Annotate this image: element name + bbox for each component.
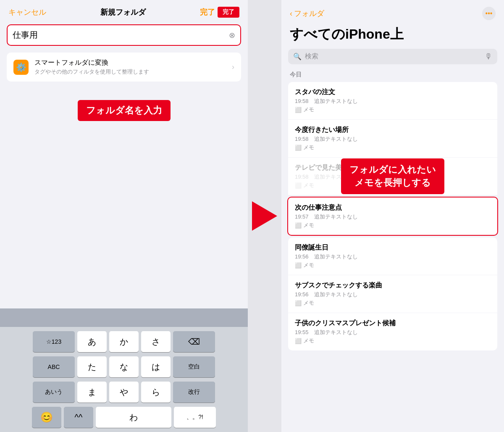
chevron-left-icon: ‹ xyxy=(290,9,292,18)
arrow-container xyxy=(248,0,281,432)
note-folder: ⬜ メモ xyxy=(295,106,491,113)
notes-group-top: スタバの注文 19:58 追加テキストなし ⬜ メモ 今度行きたい場所 19:5… xyxy=(281,82,504,195)
key-123[interactable]: ☆123 xyxy=(33,331,75,352)
note-title: 同僚誕生日 xyxy=(295,243,491,252)
key-sa[interactable]: さ xyxy=(141,331,171,352)
smart-folder-subtitle: タグやその他のフィルタを使用して整理します xyxy=(34,68,232,76)
note-item[interactable]: 子供のクリスマスプレゼント候補 19:55 追加テキストなし ⬜ メモ xyxy=(288,313,497,350)
arrow-right-icon xyxy=(252,201,277,231)
keyboard-top-bar xyxy=(0,308,248,327)
folder-icon: ⬜ xyxy=(295,300,302,306)
long-press-annotation: フォルダに入れたい メモを長押しする xyxy=(341,158,444,195)
note-title: 子供のクリスマスプレゼント候補 xyxy=(295,319,491,328)
key-aiueo[interactable]: あいう xyxy=(33,382,75,403)
annotation-area: スタバの注文 19:58 追加テキストなし ⬜ メモ 今度行きたい場所 19:5… xyxy=(281,82,504,350)
note-item[interactable]: 同僚誕生日 19:56 追加テキストなし ⬜ メモ xyxy=(288,237,497,275)
right-nav: ‹ フォルダ ••• xyxy=(281,0,504,24)
key-ya[interactable]: や xyxy=(109,382,139,403)
note-meta: 19:56 追加テキストなし xyxy=(295,291,491,298)
key-ra[interactable]: ら xyxy=(141,382,171,403)
back-label: フォルダ xyxy=(294,8,324,18)
key-a[interactable]: あ xyxy=(77,331,107,352)
note-folder: ⬜ メモ xyxy=(295,221,491,229)
note-meta: 19:55 追加テキストなし xyxy=(295,329,491,336)
search-bar[interactable]: 🔍 検索 🎙 xyxy=(288,49,497,64)
new-folder-title: 新規フォルダ xyxy=(100,7,146,17)
key-emoji[interactable]: 😊 xyxy=(32,407,61,428)
clear-icon[interactable]: ⊗ xyxy=(229,31,235,40)
key-abc[interactable]: ABC xyxy=(33,356,75,377)
keyboard-row-2: ABC た な は 空白 xyxy=(3,356,245,377)
keyboard-row-4: 😊 ^^ わ 、。?! xyxy=(3,407,245,428)
note-title: 今度行きたい場所 xyxy=(295,126,491,134)
key-backspace[interactable]: ⌫ xyxy=(173,331,215,352)
keyboard: ☆123 あ か さ ⌫ ABC た な は 空白 あいう ま や ら 改行 xyxy=(0,308,248,432)
note-item-highlighted[interactable]: 次の仕事注意点 19:57 追加テキストなし ⬜ メモ xyxy=(287,197,498,236)
right-panel: ‹ フォルダ ••• すべてのiPhone上 🔍 検索 🎙 今日 スタバの注文 … xyxy=(281,0,504,432)
note-meta: 19:58 追加テキストなし xyxy=(295,135,491,143)
key-wa[interactable]: わ xyxy=(96,407,171,428)
notes-list: スタバの注文 19:58 追加テキストなし ⬜ メモ 今度行きたい場所 19:5… xyxy=(281,82,504,432)
note-folder: ⬜ メモ xyxy=(295,299,491,307)
left-panel: キャンセル 新規フォルダ 完了 完了 仕事用 ⊗ ⚙️ スマートフォルダに変換 … xyxy=(0,0,248,432)
note-folder: ⬜ メモ xyxy=(295,144,491,151)
folder-name-input[interactable]: 仕事用 ⊗ xyxy=(7,24,241,46)
smart-folder-title: スマートフォルダに変換 xyxy=(34,58,232,67)
note-title: スタバの注文 xyxy=(295,88,491,97)
note-folder: ⬜ メモ xyxy=(295,261,491,269)
note-meta: 19:58 追加テキストなし xyxy=(295,97,491,105)
search-icon: 🔍 xyxy=(293,53,302,61)
chevron-right-icon: › xyxy=(232,63,234,71)
keyboard-rows: ☆123 あ か さ ⌫ ABC た な は 空白 あいう ま や ら 改行 xyxy=(0,327,248,432)
note-item[interactable]: サブスクでチェックする楽曲 19:56 追加テキストなし ⬜ メモ xyxy=(288,275,497,313)
back-button[interactable]: ‹ フォルダ xyxy=(290,8,324,18)
key-ma[interactable]: ま xyxy=(77,382,107,403)
folder-icon: ⬜ xyxy=(295,222,302,229)
note-title: 次の仕事注意点 xyxy=(295,203,491,212)
smart-folder-row[interactable]: ⚙️ スマートフォルダに変換 タグやその他のフィルタを使用して整理します › xyxy=(7,53,241,82)
key-ka[interactable]: か xyxy=(109,331,139,352)
folder-icon: ⬜ xyxy=(295,145,302,151)
key-ha[interactable]: は xyxy=(141,356,171,377)
folder-icon: ⬜ xyxy=(295,262,302,269)
more-button[interactable]: ••• xyxy=(482,7,496,20)
folder-icon: ⬜ xyxy=(295,338,302,344)
key-space[interactable]: 空白 xyxy=(173,356,215,377)
keyboard-row-3: あいう ま や ら 改行 xyxy=(3,382,245,403)
done-badge: 完了 xyxy=(218,7,239,18)
key-ta[interactable]: た xyxy=(77,356,107,377)
notes-group-bottom: 同僚誕生日 19:56 追加テキストなし ⬜ メモ サブスクでチェックする楽曲 … xyxy=(281,237,504,350)
smart-folder-text: スマートフォルダに変換 タグやその他のフィルタを使用して整理します xyxy=(34,58,232,76)
folder-icon: ⬜ xyxy=(295,107,302,113)
page-title: すべてのiPhone上 xyxy=(281,24,504,49)
ellipsis-icon: ••• xyxy=(486,10,493,17)
done-area: 完了 完了 xyxy=(200,7,239,18)
keyboard-row-1: ☆123 あ か さ ⌫ xyxy=(3,331,245,352)
input-value: 仕事用 xyxy=(13,29,229,41)
note-item[interactable]: スタバの注文 19:58 追加テキストなし ⬜ メモ xyxy=(288,82,497,119)
done-button[interactable]: 完了 xyxy=(200,7,215,17)
note-meta: 19:56 追加テキストなし xyxy=(295,253,491,261)
key-punct[interactable]: 、。?! xyxy=(174,407,216,428)
note-folder: ⬜ メモ xyxy=(295,337,491,345)
section-today: 今日 xyxy=(281,71,504,82)
key-enter[interactable]: 改行 xyxy=(173,382,215,403)
note-group: スタバの注文 19:58 追加テキストなし ⬜ メモ 今度行きたい場所 19:5… xyxy=(281,82,504,350)
nav-bar: キャンセル 新規フォルダ 完了 完了 xyxy=(0,0,248,21)
key-na[interactable]: な xyxy=(109,356,139,377)
folder-name-annotation: フォルダ名を入力 xyxy=(78,100,171,121)
smart-folder-icon: ⚙️ xyxy=(13,60,29,75)
cancel-button[interactable]: キャンセル xyxy=(8,7,46,17)
note-item[interactable]: テレビで見た美味しそうな店 19:58 追加テキストなし ⬜ メモ フォルダに入… xyxy=(288,157,497,195)
note-title: サブスクでチェックする楽曲 xyxy=(295,281,491,290)
key-wave[interactable]: ^^ xyxy=(64,407,93,428)
note-item[interactable]: 今度行きたい場所 19:58 追加テキストなし ⬜ メモ xyxy=(288,119,497,157)
note-meta: 19:57 追加テキストなし xyxy=(295,213,491,221)
search-input[interactable]: 検索 xyxy=(305,52,481,61)
mic-icon[interactable]: 🎙 xyxy=(485,52,492,61)
